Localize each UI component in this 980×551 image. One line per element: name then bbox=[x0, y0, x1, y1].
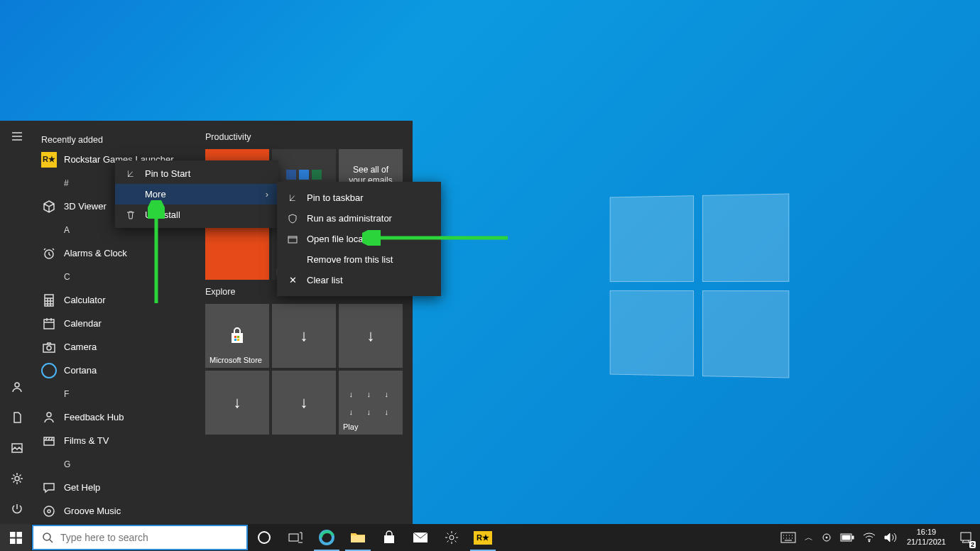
hamburger-icon[interactable] bbox=[0, 121, 34, 151]
recently-added-header: Recently added bbox=[34, 132, 205, 148]
taskbar-explorer[interactable] bbox=[342, 524, 374, 551]
tray-clock[interactable]: 16:19 21/11/2021 bbox=[901, 528, 952, 547]
tray-battery[interactable] bbox=[836, 524, 859, 551]
svg-rect-22 bbox=[16, 532, 22, 538]
taskbar-rockstar[interactable]: R★ bbox=[467, 524, 499, 551]
volume-icon bbox=[884, 532, 897, 543]
tray-volume[interactable] bbox=[880, 524, 901, 551]
close-icon: ✕ bbox=[287, 275, 298, 285]
task-view-button[interactable] bbox=[280, 524, 311, 551]
gear-icon bbox=[445, 530, 459, 545]
app-calculator[interactable]: Calculator bbox=[34, 288, 205, 312]
desktop: Recently added R★ Rockstar Games Launche… bbox=[0, 0, 980, 551]
pin-icon: ⟀ bbox=[287, 192, 298, 203]
taskbar: R★ ︿ 16:19 21/11/2021 2 bbox=[0, 524, 980, 551]
letter-g[interactable]: G bbox=[34, 452, 205, 476]
svg-point-2 bbox=[15, 476, 19, 481]
ctx-remove[interactable]: Remove from this list bbox=[277, 249, 441, 270]
disc-icon bbox=[41, 503, 57, 519]
shield-icon bbox=[287, 214, 298, 224]
documents-icon[interactable] bbox=[0, 402, 34, 432]
letter-c[interactable]: C bbox=[34, 265, 205, 288]
start-button[interactable] bbox=[0, 524, 31, 551]
mail-icon bbox=[413, 532, 428, 543]
tile-download-4[interactable]: ↓ bbox=[272, 371, 336, 435]
tile-download-2[interactable]: ↓ bbox=[339, 304, 403, 368]
context-menu-app: ⟀ Pin to Start More › Uninstall bbox=[115, 160, 278, 228]
download-icon: ↓ bbox=[234, 393, 241, 412]
cortana-icon bbox=[258, 531, 271, 544]
svg-rect-15 bbox=[237, 336, 239, 338]
ctx-run-admin[interactable]: Run as administrator bbox=[277, 208, 441, 229]
chat-icon bbox=[41, 480, 57, 496]
app-camera[interactable]: Camera bbox=[34, 335, 205, 359]
tile-store[interactable]: Microsoft Store bbox=[205, 304, 269, 368]
download-icon: ↓ bbox=[300, 393, 308, 412]
app-cortana[interactable]: Cortana bbox=[34, 359, 205, 382]
ctx-pin-start[interactable]: ⟀ Pin to Start bbox=[115, 163, 278, 184]
svg-point-0 bbox=[15, 383, 19, 387]
pictures-icon[interactable] bbox=[0, 432, 34, 463]
folder-icon bbox=[287, 234, 298, 244]
tray-location[interactable] bbox=[817, 524, 836, 551]
system-tray: ︿ 16:19 21/11/2021 2 bbox=[776, 524, 980, 551]
tray-notifications[interactable]: 2 bbox=[952, 524, 980, 551]
cortana-button[interactable] bbox=[249, 524, 280, 551]
tray-chevron[interactable]: ︿ bbox=[800, 524, 817, 551]
keyboard-icon bbox=[780, 532, 796, 543]
calendar-icon bbox=[41, 316, 57, 332]
taskbar-settings[interactable] bbox=[436, 524, 467, 551]
search-box[interactable] bbox=[32, 525, 248, 550]
cortana-icon bbox=[41, 363, 57, 378]
svg-rect-37 bbox=[842, 535, 850, 540]
user-icon[interactable] bbox=[0, 371, 34, 402]
productivity-header: Productivity bbox=[205, 132, 405, 142]
app-alarms[interactable]: Alarms & Clock bbox=[34, 241, 205, 265]
app-films[interactable]: Films & TV bbox=[34, 429, 205, 452]
windows-icon bbox=[10, 532, 22, 544]
app-calendar[interactable]: Calendar bbox=[34, 312, 205, 335]
camera-icon bbox=[41, 339, 57, 355]
svg-rect-16 bbox=[234, 339, 236, 341]
svg-rect-23 bbox=[10, 538, 16, 544]
tray-keyboard[interactable] bbox=[776, 524, 800, 551]
app-groove[interactable]: Groove Music bbox=[34, 499, 205, 523]
taskbar-edge[interactable] bbox=[311, 524, 342, 551]
svg-rect-21 bbox=[10, 532, 16, 538]
tile-download-3[interactable]: ↓ bbox=[205, 371, 269, 435]
app-gethelp[interactable]: Get Help bbox=[34, 476, 205, 499]
ctx-open-location[interactable]: Open file location bbox=[277, 229, 441, 249]
svg-rect-39 bbox=[961, 533, 971, 540]
task-view-icon bbox=[288, 532, 303, 543]
tray-time-text: 16:19 bbox=[917, 528, 937, 538]
ctx-clear[interactable]: ✕ Clear list bbox=[277, 270, 441, 290]
app-feedback[interactable]: Feedback Hub bbox=[34, 405, 205, 429]
rockstar-icon: R★ bbox=[41, 152, 57, 168]
folder-icon bbox=[350, 531, 366, 544]
search-input[interactable] bbox=[60, 532, 238, 543]
svg-rect-17 bbox=[237, 339, 239, 341]
power-icon[interactable] bbox=[0, 493, 34, 524]
svg-point-7 bbox=[47, 346, 51, 350]
battery-icon bbox=[840, 533, 854, 542]
svg-point-38 bbox=[869, 540, 870, 542]
taskbar-store[interactable] bbox=[374, 524, 405, 551]
svg-point-31 bbox=[450, 535, 454, 540]
svg-point-11 bbox=[48, 510, 50, 513]
svg-rect-28 bbox=[351, 535, 365, 542]
svg-rect-32 bbox=[781, 533, 795, 542]
ctx-pin-taskbar[interactable]: ⟀ Pin to taskbar bbox=[277, 187, 441, 208]
svg-point-34 bbox=[826, 537, 827, 538]
chevron-up-icon: ︿ bbox=[805, 532, 813, 544]
tray-wifi[interactable] bbox=[859, 524, 880, 551]
svg-rect-36 bbox=[852, 536, 854, 539]
tile-play[interactable]: ↓↓↓↓↓↓ Play bbox=[339, 371, 403, 435]
letter-f[interactable]: F bbox=[34, 382, 205, 405]
tile-download-1[interactable]: ↓ bbox=[272, 304, 336, 368]
taskbar-mail[interactable] bbox=[405, 524, 436, 551]
windows-logo bbox=[610, 193, 790, 378]
ctx-more[interactable]: More › bbox=[115, 184, 278, 204]
settings-icon[interactable] bbox=[0, 463, 34, 493]
ctx-uninstall[interactable]: Uninstall bbox=[115, 204, 278, 225]
chevron-right-icon: › bbox=[266, 189, 268, 200]
